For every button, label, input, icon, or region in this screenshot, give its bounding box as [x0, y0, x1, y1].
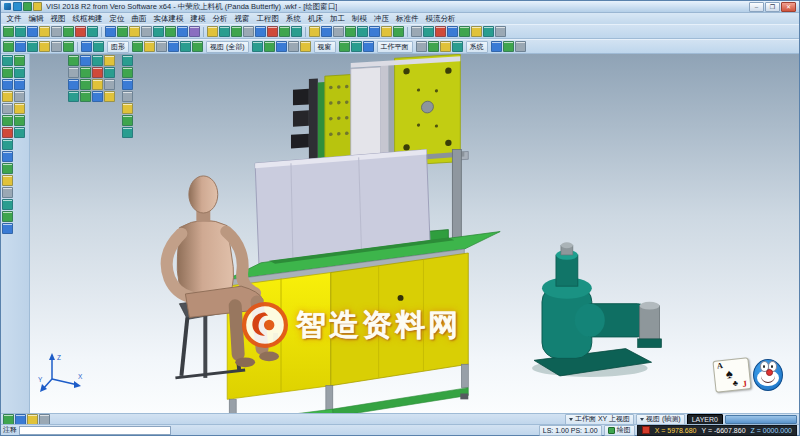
robot-model[interactable]: [532, 242, 661, 377]
tool-icon[interactable]: [276, 41, 287, 52]
tool-icon[interactable]: [14, 91, 25, 102]
tool-icon[interactable]: [81, 41, 92, 52]
tool-icon[interactable]: [459, 26, 470, 37]
toolbar-group-label[interactable]: 视窗: [314, 41, 336, 53]
tool-icon[interactable]: [144, 41, 155, 52]
tool-icon[interactable]: [471, 26, 482, 37]
tool-icon[interactable]: [363, 41, 374, 52]
tool-icon[interactable]: [333, 26, 344, 37]
tool-icon[interactable]: [2, 223, 13, 234]
tool-icon[interactable]: [87, 26, 98, 37]
tool-icon[interactable]: [428, 41, 439, 52]
tool-icon[interactable]: [291, 26, 302, 37]
tool-icon[interactable]: [423, 26, 434, 37]
tool-icon[interactable]: [122, 127, 133, 138]
tool-icon[interactable]: [264, 41, 275, 52]
tool-icon[interactable]: [122, 91, 133, 102]
menu-item[interactable]: 视图: [47, 14, 69, 24]
toolbar-group-label[interactable]: 工作平面: [377, 41, 413, 53]
viewport-3d[interactable]: 智造资料网 Z X Y A ♠ J ♣: [30, 54, 799, 413]
tool-icon[interactable]: [393, 26, 404, 37]
tool-icon[interactable]: [345, 26, 356, 37]
tool-icon[interactable]: [491, 41, 502, 52]
tool-icon[interactable]: [2, 79, 13, 90]
tool-icon[interactable]: [80, 91, 91, 102]
tool-icon[interactable]: [416, 41, 427, 52]
tool-icon[interactable]: [104, 79, 115, 90]
tool-icon[interactable]: [2, 211, 13, 222]
tool-icon[interactable]: [2, 55, 13, 66]
tool-icon[interactable]: [80, 55, 91, 66]
tool-icon[interactable]: [2, 199, 13, 210]
layer-indicator[interactable]: LAYER0: [687, 414, 723, 425]
tool-icon[interactable]: [14, 67, 25, 78]
menu-item[interactable]: 编辑: [25, 14, 47, 24]
tool-icon[interactable]: [177, 26, 188, 37]
tool-icon[interactable]: [3, 41, 14, 52]
tool-icon[interactable]: [51, 41, 62, 52]
toolbar-group-label[interactable]: 系统: [466, 41, 488, 53]
workplane-selector[interactable]: 工作面 XY 上视图: [565, 414, 634, 425]
tool-icon[interactable]: [255, 26, 266, 37]
tool-icon[interactable]: [14, 55, 25, 66]
toolbar-group-label[interactable]: 图形: [107, 41, 129, 53]
tool-icon[interactable]: [68, 91, 79, 102]
tool-icon[interactable]: [92, 55, 103, 66]
quick-access-icon[interactable]: [13, 2, 22, 11]
tool-icon[interactable]: [122, 115, 133, 126]
tool-icon[interactable]: [68, 55, 79, 66]
tool-icon[interactable]: [15, 41, 26, 52]
tool-icon[interactable]: [63, 26, 74, 37]
tool-icon[interactable]: [351, 41, 362, 52]
note-input[interactable]: [19, 426, 171, 435]
draw-mode-chip[interactable]: 绘图: [604, 425, 635, 436]
tool-icon[interactable]: [452, 41, 463, 52]
tool-icon[interactable]: [51, 26, 62, 37]
menu-item[interactable]: 机床: [305, 14, 327, 24]
tool-icon[interactable]: [122, 67, 133, 78]
tool-icon[interactable]: [381, 26, 392, 37]
tool-icon[interactable]: [129, 26, 140, 37]
tool-icon[interactable]: [231, 26, 242, 37]
menu-item[interactable]: 加工: [327, 14, 349, 24]
tool-icon[interactable]: [39, 26, 50, 37]
tool-icon[interactable]: [207, 26, 218, 37]
tool-icon[interactable]: [104, 55, 115, 66]
tool-icon[interactable]: [2, 187, 13, 198]
tool-icon[interactable]: [495, 26, 506, 37]
viewport-3d-scene[interactable]: [30, 54, 799, 413]
menu-item[interactable]: 视窗: [231, 14, 253, 24]
tool-icon[interactable]: [92, 91, 103, 102]
tool-icon[interactable]: [122, 55, 133, 66]
tool-icon[interactable]: [369, 26, 380, 37]
tool-icon[interactable]: [27, 41, 38, 52]
menu-item[interactable]: 系统: [283, 14, 305, 24]
close-button[interactable]: ✕: [781, 2, 796, 12]
tool-icon[interactable]: [92, 67, 103, 78]
tool-icon[interactable]: [3, 26, 14, 37]
view-selector[interactable]: 视图 (轴测): [636, 414, 685, 425]
tool-icon[interactable]: [2, 127, 13, 138]
menu-item[interactable]: 制模: [349, 14, 371, 24]
tool-icon[interactable]: [105, 26, 116, 37]
maximize-button[interactable]: ❐: [765, 2, 780, 12]
tool-icon[interactable]: [104, 67, 115, 78]
tool-icon[interactable]: [153, 26, 164, 37]
tool-icon[interactable]: [14, 115, 25, 126]
menu-item[interactable]: 建模: [187, 14, 209, 24]
tool-icon[interactable]: [27, 414, 38, 425]
tool-icon[interactable]: [503, 41, 514, 52]
menu-item[interactable]: 线框构建: [69, 14, 106, 24]
tool-icon[interactable]: [339, 41, 350, 52]
quick-access-icon[interactable]: [33, 2, 42, 11]
tool-icon[interactable]: [80, 67, 91, 78]
tool-icon[interactable]: [180, 41, 191, 52]
tool-icon[interactable]: [93, 41, 104, 52]
tool-icon[interactable]: [300, 41, 311, 52]
tool-icon[interactable]: [165, 26, 176, 37]
tool-icon[interactable]: [104, 91, 115, 102]
menu-item[interactable]: 冲压: [371, 14, 393, 24]
tool-icon[interactable]: [411, 26, 422, 37]
tool-icon[interactable]: [2, 103, 13, 114]
tool-icon[interactable]: [440, 41, 451, 52]
